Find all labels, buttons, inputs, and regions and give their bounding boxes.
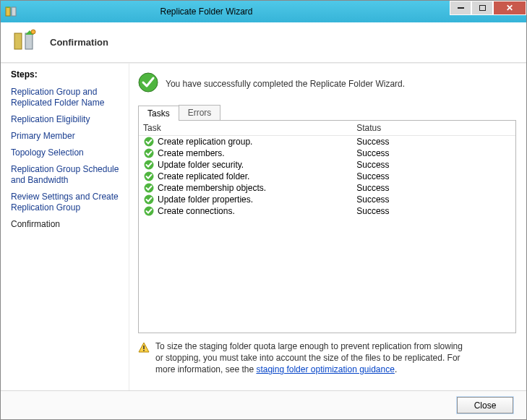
svg-point-6 [139,73,158,92]
task-text: Update folder security. [155,160,356,170]
step-review-and-create[interactable]: Review Settings and Create Replication G… [11,189,121,216]
window-controls: ✕ [450,1,526,22]
svg-rect-3 [25,33,33,49]
title-bar: Replicate Folder Wizard ✕ [1,1,526,22]
step-replication-group-and-folder-name[interactable]: Replication Group and Replicated Folder … [11,84,121,111]
table-row[interactable]: Create replication group. Success [139,136,515,147]
svg-rect-2 [14,33,22,49]
success-banner: You have successfully completed the Repl… [138,72,516,95]
step-schedule-and-bandwidth[interactable]: Replication Group Schedule and Bandwidth [11,161,121,189]
status-text: Success [356,206,511,216]
svg-rect-16 [143,350,145,351]
close-window-button[interactable]: ✕ [493,1,526,15]
main-panel: You have successfully completed the Repl… [129,64,526,390]
note-text: To size the staging folder quota large e… [155,340,466,376]
check-icon [143,194,155,205]
svg-rect-15 [143,346,145,349]
column-status[interactable]: Status [356,123,511,133]
table-row[interactable]: Create connections. Success [139,205,515,217]
wizard-header: Confirmation [1,22,526,63]
results-rows: Create replication group. Success Create… [139,136,515,217]
success-icon [138,72,158,95]
task-text: Create replicated folder. [155,171,356,181]
steps-sidebar: Steps: Replication Group and Replicated … [1,64,129,390]
check-icon [143,171,155,181]
tab-tasks[interactable]: Tasks [138,106,179,121]
status-text: Success [356,137,511,147]
task-text: Create membership objects. [155,183,356,193]
tabs: Tasks Errors [138,105,516,120]
check-icon [143,148,155,158]
app-icon [1,1,21,22]
results-list: Task Status Create replication group. Su… [138,120,516,333]
tab-errors[interactable]: Errors [179,105,221,120]
task-text: Create replication group. [155,137,356,147]
status-text: Success [356,183,511,193]
check-icon [143,183,155,193]
close-button[interactable]: Close [457,397,513,413]
step-replication-eligibility[interactable]: Replication Eligibility [11,111,121,128]
steps-title: Steps: [11,69,121,80]
step-primary-member[interactable]: Primary Member [11,128,121,145]
step-topology-selection[interactable]: Topology Selection [11,145,121,161]
table-row[interactable]: Update folder properties. Success [139,194,515,205]
check-icon [143,206,155,216]
note-after: . [395,364,397,374]
status-text: Success [356,194,511,205]
page-title: Confirmation [50,37,108,48]
status-text: Success [356,160,511,170]
check-icon [143,137,155,147]
svg-rect-0 [6,7,10,16]
success-message: You have successfully completed the Repl… [166,79,405,89]
wizard-header-icon [12,29,37,56]
maximize-button[interactable] [471,1,493,15]
table-row[interactable]: Update folder security. Success [139,159,515,171]
content-area: Confirmation Steps: Replication Group an… [1,22,526,419]
table-row[interactable]: Create members. Success [139,147,515,159]
wizard-footer: Close [1,390,526,419]
svg-point-5 [31,30,35,34]
task-text: Create members. [155,148,356,158]
staging-guidance-link[interactable]: staging folder optimization guidance [256,364,394,374]
wizard-body: Steps: Replication Group and Replicated … [1,63,526,390]
check-icon [143,160,155,170]
task-text: Update folder properties. [155,194,356,205]
table-row[interactable]: Create membership objects. Success [139,182,515,194]
info-note: To size the staging folder quota large e… [138,340,516,376]
minimize-button[interactable] [450,1,471,15]
results-columns: Task Status [139,121,515,136]
status-text: Success [356,148,511,158]
table-row[interactable]: Create replicated folder. Success [139,171,515,182]
warning-icon [138,340,150,356]
task-text: Create connections. [155,206,356,216]
step-confirmation: Confirmation [11,216,121,233]
column-task[interactable]: Task [143,123,356,133]
svg-rect-1 [12,7,16,16]
window-title: Replicate Folder Wizard [21,1,450,22]
status-text: Success [356,171,511,181]
